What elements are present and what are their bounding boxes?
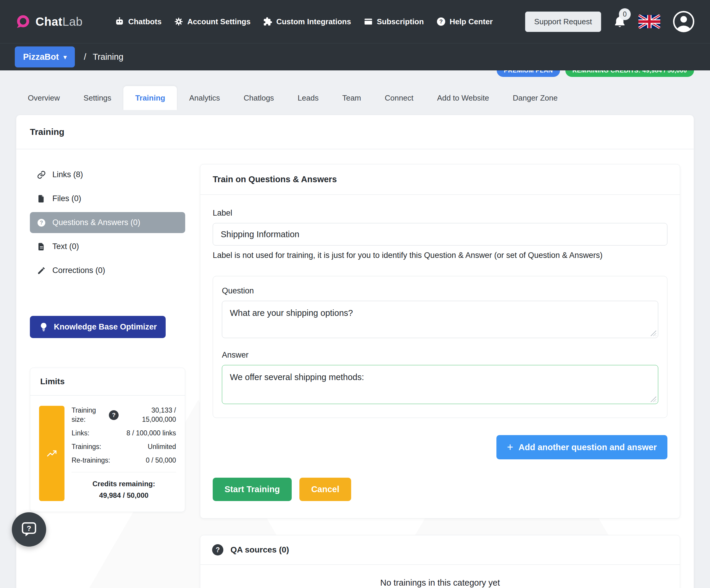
- svg-text:?: ?: [40, 220, 43, 226]
- text-file-icon: [37, 242, 46, 251]
- support-request-button[interactable]: Support Request: [525, 11, 601, 32]
- sidebar-item-links[interactable]: Links (8): [30, 164, 185, 185]
- answer-textarea[interactable]: We offer several shipping methods:: [222, 365, 658, 404]
- knowledge-base-optimizer-button[interactable]: Knowledge Base Optimizer: [30, 316, 166, 338]
- tab-add-to-website[interactable]: Add to Website: [425, 86, 501, 110]
- breadcrumb-separator: /: [84, 52, 86, 62]
- avatar-icon: [672, 10, 695, 33]
- limit-value: 8 / 100,000 links: [126, 428, 176, 438]
- qa-sources-header: ? QA sources (0): [200, 535, 680, 565]
- limits-card: Limits Training size:? 30,133 / 15,000,0…: [30, 368, 185, 512]
- chat-bubble-icon: ?: [20, 520, 38, 539]
- sidebar-label-questions-answers: Questions & Answers (0): [52, 218, 140, 227]
- sidebar-item-text[interactable]: Text (0): [30, 236, 185, 257]
- limit-label: Re-trainings:: [72, 456, 110, 465]
- limit-label: Trainings:: [72, 442, 101, 451]
- add-row: + Add another question and answer: [213, 435, 667, 459]
- limits-body: Training size:? 30,133 / 15,000,000 Link…: [30, 396, 185, 512]
- nav-label-account-settings: Account Settings: [187, 17, 251, 26]
- tab-chatlogs[interactable]: Chatlogs: [232, 86, 286, 110]
- form-actions: Start Training Cancel: [213, 478, 667, 501]
- bot-selector-dropdown[interactable]: PizzaBot ▾: [15, 46, 75, 68]
- tab-team[interactable]: Team: [330, 86, 373, 110]
- help-circle-icon: ?: [436, 17, 446, 26]
- sidebar-label-text: Text (0): [52, 242, 79, 251]
- limit-row-training-size: Training size:? 30,133 / 15,000,000: [72, 406, 176, 424]
- label-help-text: Label is not used for training, it is ju…: [213, 251, 667, 260]
- limit-value: 30,133 / 15,000,000: [123, 406, 176, 424]
- notifications-button[interactable]: 0: [613, 14, 626, 29]
- nav-item-chatbots[interactable]: Chatbots: [115, 17, 162, 26]
- bot-selector-label: PizzaBot: [23, 52, 59, 62]
- svg-text:?: ?: [27, 524, 31, 532]
- limit-value: 0 / 50,000: [146, 456, 176, 465]
- tab-danger-zone[interactable]: Danger Zone: [501, 86, 569, 110]
- uk-flag-icon: [638, 15, 660, 29]
- chat-widget-button[interactable]: ?: [12, 512, 46, 546]
- help-icon[interactable]: ?: [212, 544, 223, 556]
- qa-form-body: Label Label is not used for training, it…: [200, 195, 680, 518]
- qa-sources-empty-message: No trainings in this category yet: [200, 565, 680, 588]
- svg-text:?: ?: [439, 18, 443, 25]
- qa-sources-title: QA sources (0): [231, 545, 289, 555]
- lightbulb-icon: [39, 322, 49, 332]
- question-textarea[interactable]: What are your shipping options?: [222, 301, 658, 338]
- nav-item-account-settings[interactable]: Account Settings: [174, 17, 251, 26]
- nav-item-custom-integrations[interactable]: Custom Integrations: [263, 17, 351, 26]
- qa-form-title: Train on Questions & Answers: [200, 165, 680, 195]
- tab-analytics[interactable]: Analytics: [177, 86, 232, 110]
- training-main-column: Train on Questions & Answers Label Label…: [200, 164, 680, 588]
- gear-icon: [174, 17, 183, 26]
- question-circle-icon: ?: [37, 218, 46, 227]
- question-answer-group: Question What are your shipping options?…: [213, 276, 667, 418]
- credits-remaining-label: Credits remaining:: [72, 478, 176, 490]
- answer-field-label: Answer: [222, 350, 658, 360]
- help-icon[interactable]: ?: [109, 410, 119, 420]
- start-training-button[interactable]: Start Training: [213, 478, 292, 501]
- limit-row-links: Links: 8 / 100,000 links: [72, 428, 176, 438]
- file-icon: [37, 194, 46, 203]
- limit-label: Training size:: [72, 406, 105, 424]
- tab-leads[interactable]: Leads: [286, 86, 330, 110]
- chatlab-logo-icon: [15, 14, 31, 30]
- question-field-label: Question: [222, 286, 658, 295]
- training-card-title: Training: [16, 115, 694, 149]
- qa-form-card: Train on Questions & Answers Label Label…: [200, 164, 680, 518]
- robot-icon: [115, 17, 124, 26]
- plus-icon: +: [507, 442, 513, 452]
- limits-divider: [72, 472, 176, 472]
- user-avatar-button[interactable]: [672, 10, 695, 33]
- chart-icon: [46, 448, 57, 459]
- main-nav: Chatbots Account Settings Custom Integra…: [115, 17, 493, 26]
- add-question-answer-label: Add another question and answer: [519, 442, 657, 452]
- limit-row-trainings: Trainings: Unlimited: [72, 442, 176, 451]
- training-sources-sidebar: Links (8) Files (0) ? Questions & Answer…: [30, 164, 185, 588]
- puzzle-icon: [263, 17, 273, 26]
- limits-rows: Training size:? 30,133 / 15,000,000 Link…: [72, 406, 176, 501]
- bot-subnav: PizzaBot ▾ / Training: [0, 43, 710, 70]
- cancel-button[interactable]: Cancel: [300, 478, 351, 501]
- breadcrumb-current: Training: [93, 52, 123, 62]
- nav-label-chatbots: Chatbots: [128, 17, 162, 26]
- notification-count-badge: 0: [619, 8, 631, 20]
- tab-connect[interactable]: Connect: [373, 86, 425, 110]
- brand-chat: Chat: [36, 15, 63, 28]
- sidebar-item-files[interactable]: Files (0): [30, 188, 185, 209]
- tab-overview[interactable]: Overview: [16, 86, 72, 110]
- chatlab-logo[interactable]: ChatLab: [15, 14, 82, 30]
- language-flag-button[interactable]: [638, 15, 660, 29]
- nav-label-custom-integrations: Custom Integrations: [276, 17, 351, 26]
- qa-sources-card: ? QA sources (0) No trainings in this ca…: [200, 535, 680, 588]
- sidebar-item-questions-answers[interactable]: ? Questions & Answers (0): [30, 212, 185, 233]
- label-input[interactable]: [213, 223, 667, 245]
- nav-item-help-center[interactable]: ? Help Center: [436, 17, 493, 26]
- tab-training[interactable]: Training: [123, 86, 177, 110]
- sidebar-label-files: Files (0): [52, 194, 81, 203]
- limit-value: Unlimited: [148, 442, 176, 451]
- sidebar-item-corrections[interactable]: Corrections (0): [30, 260, 185, 281]
- nav-item-subscription[interactable]: Subscription: [363, 17, 424, 26]
- add-question-answer-button[interactable]: + Add another question and answer: [496, 435, 667, 459]
- top-navbar: ChatLab Chatbots Account Settings Custom…: [0, 0, 710, 43]
- credits-remaining: Credits remaining: 49,984 / 50,000: [72, 478, 176, 501]
- tab-settings[interactable]: Settings: [72, 86, 123, 110]
